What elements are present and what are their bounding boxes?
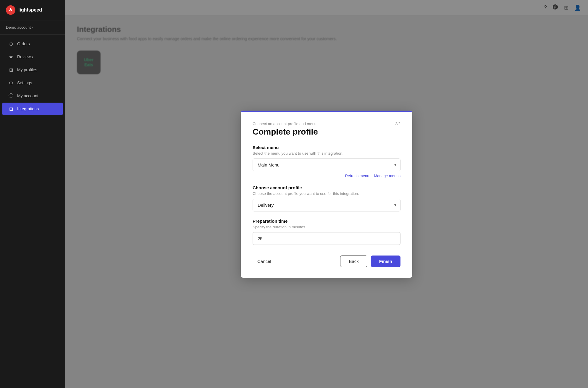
select-menu-section: Select menu Select the menu you want to …: [253, 145, 400, 178]
sidebar-header: lightspeed: [0, 0, 65, 20]
select-menu-dropdown[interactable]: Main Menu: [253, 159, 400, 171]
modal-footer: Cancel Back Finish: [253, 252, 400, 267]
sidebar-item-my-account[interactable]: ⓘ My account: [2, 90, 63, 102]
menu-links: Refresh menu Manage menus: [253, 174, 400, 178]
select-profile-dropdown[interactable]: Delivery: [253, 199, 400, 211]
select-menu-label: Select menu: [253, 145, 400, 150]
modal-title: Complete profile: [253, 127, 400, 137]
sidebar-item-label: Orders: [17, 41, 30, 46]
sidebar-item-my-profiles[interactable]: ⊞ My profiles: [2, 64, 63, 76]
settings-icon: ⚙: [8, 80, 14, 85]
progress-bar: [241, 111, 412, 112]
sidebar: lightspeed Demo account - ⊙ Orders ★ Rev…: [0, 0, 65, 388]
my-account-icon: ⓘ: [8, 93, 14, 98]
sidebar-item-label: Reviews: [17, 54, 33, 59]
orders-icon: ⊙: [8, 41, 14, 46]
cancel-button[interactable]: Cancel: [253, 256, 276, 267]
choose-profile-sublabel: Choose the account profile you want to u…: [253, 191, 400, 196]
modal-overlay: Connect an account profile and menu 2/2 …: [65, 0, 588, 388]
modal-step-count: 2/2: [395, 122, 400, 126]
sidebar-item-settings[interactable]: ⚙ Settings: [2, 77, 63, 89]
prep-time-label: Preparation time: [253, 219, 400, 224]
refresh-menu-link[interactable]: Refresh menu: [345, 174, 369, 178]
choose-profile-label: Choose account profile: [253, 185, 400, 190]
sidebar-item-orders[interactable]: ⊙ Orders: [2, 38, 63, 50]
sidebar-item-label: My profiles: [17, 67, 37, 72]
sidebar-item-integrations[interactable]: ⊡ Integrations: [2, 103, 63, 115]
manage-menus-link[interactable]: Manage menus: [374, 174, 400, 178]
modal-body: Connect an account profile and menu 2/2 …: [241, 112, 412, 278]
sidebar-nav: ⊙ Orders ★ Reviews ⊞ My profiles ⚙ Setti…: [0, 35, 65, 388]
sidebar-item-label: Settings: [17, 80, 32, 85]
prep-time-section: Preparation time Specify the duration in…: [253, 219, 400, 245]
account-label: Demo account -: [0, 20, 65, 35]
lightspeed-logo: [6, 5, 15, 15]
progress-fill: [241, 111, 412, 112]
select-menu-wrapper: Main Menu: [253, 159, 400, 171]
logo-text: lightspeed: [18, 7, 42, 13]
prep-time-input[interactable]: [253, 232, 400, 245]
main-content: ? 🅐 ⊞ 👤 Integrations Connect your busine…: [65, 0, 588, 388]
sidebar-item-reviews[interactable]: ★ Reviews: [2, 51, 63, 63]
my-profiles-icon: ⊞: [8, 67, 14, 72]
choose-profile-section: Choose account profile Choose the accoun…: [253, 185, 400, 211]
modal: Connect an account profile and menu 2/2 …: [241, 111, 412, 278]
integrations-icon: ⊡: [8, 106, 14, 111]
select-profile-wrapper: Delivery: [253, 199, 400, 211]
select-menu-sublabel: Select the menu you want to use with thi…: [253, 151, 400, 156]
modal-step-label: Connect an account profile and menu: [253, 122, 316, 126]
back-button[interactable]: Back: [340, 256, 367, 267]
reviews-icon: ★: [8, 54, 14, 59]
sidebar-item-label: My account: [17, 93, 38, 98]
prep-time-sublabel: Specify the duration in minutes: [253, 225, 400, 229]
sidebar-item-label: Integrations: [17, 106, 39, 111]
footer-right-buttons: Back Finish: [340, 256, 400, 267]
modal-step-header: Connect an account profile and menu 2/2: [253, 122, 400, 126]
finish-button[interactable]: Finish: [371, 256, 400, 267]
